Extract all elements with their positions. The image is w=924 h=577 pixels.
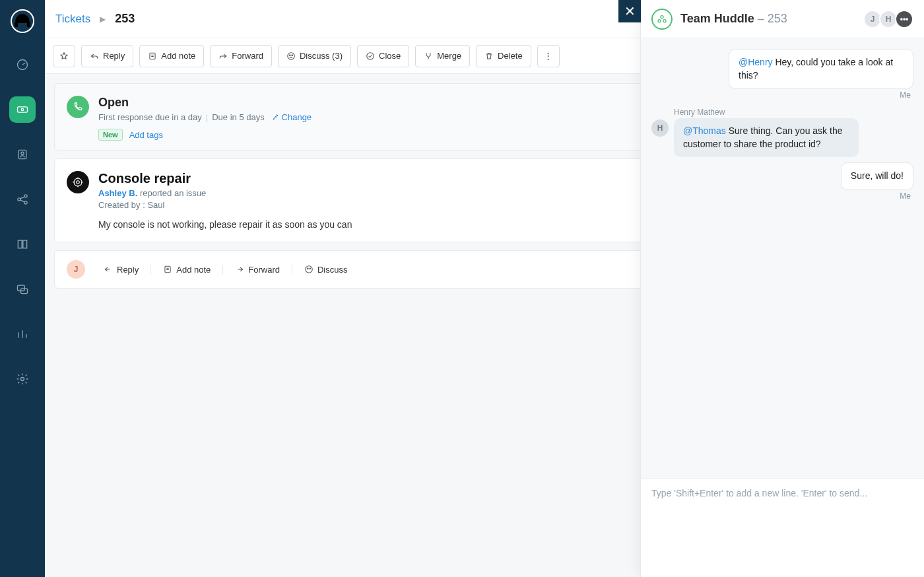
huddle-messages: @Henry Hey, could you take a look at thi… bbox=[641, 38, 924, 478]
message-sender: Henry Mathew bbox=[674, 108, 725, 117]
huddle-input-area bbox=[641, 478, 924, 577]
change-link[interactable]: Change bbox=[272, 112, 312, 122]
avatar: H bbox=[651, 119, 669, 137]
reporter-link[interactable]: Ashley B. bbox=[98, 188, 137, 198]
svg-point-25 bbox=[658, 19, 661, 22]
created-by: Created by : Saul bbox=[98, 200, 206, 210]
close-button[interactable]: Close bbox=[357, 45, 409, 67]
add-tags-link[interactable]: Add tags bbox=[129, 130, 163, 140]
message-bubble: Sure, will do! bbox=[841, 162, 913, 190]
more-actions-button[interactable]: ⋮ bbox=[537, 45, 560, 67]
nav-reports[interactable] bbox=[9, 321, 36, 347]
svg-point-17 bbox=[367, 52, 374, 59]
current-user-avatar: J bbox=[67, 260, 85, 279]
star-button[interactable] bbox=[53, 45, 75, 67]
delete-button[interactable]: Delete bbox=[476, 45, 531, 67]
svg-rect-1 bbox=[27, 22, 30, 27]
more-avatars-button[interactable]: ••• bbox=[895, 10, 913, 28]
svg-point-23 bbox=[310, 268, 311, 269]
svg-point-26 bbox=[663, 19, 666, 22]
svg-point-6 bbox=[21, 152, 24, 154]
forward-action[interactable]: Forward bbox=[223, 265, 292, 275]
breadcrumb-id: 253 bbox=[115, 12, 135, 26]
nav-chat[interactable] bbox=[9, 276, 36, 302]
svg-point-16 bbox=[292, 54, 293, 55]
svg-point-22 bbox=[307, 268, 308, 269]
discuss-button[interactable]: Discuss (3) bbox=[278, 45, 351, 67]
add-note-button[interactable]: Add note bbox=[139, 45, 204, 67]
tag-new: New bbox=[98, 129, 123, 141]
svg-point-19 bbox=[77, 181, 80, 184]
svg-point-24 bbox=[661, 15, 663, 18]
svg-point-21 bbox=[306, 266, 313, 273]
discuss-action[interactable]: Discuss bbox=[292, 265, 360, 275]
target-icon bbox=[67, 171, 89, 193]
message-sender: Me bbox=[900, 90, 911, 100]
svg-rect-0 bbox=[15, 22, 18, 27]
breadcrumb-root[interactable]: Tickets bbox=[55, 13, 90, 26]
message-sender: Me bbox=[900, 191, 911, 201]
huddle-logo-icon bbox=[651, 9, 673, 30]
nav-contacts[interactable] bbox=[9, 141, 36, 168]
huddle-header: Team Huddle – 253 J H ••• bbox=[641, 0, 924, 38]
close-icon[interactable]: ✕ bbox=[618, 0, 641, 22]
svg-point-4 bbox=[21, 108, 23, 110]
add-note-action[interactable]: Add note bbox=[151, 265, 223, 275]
svg-point-15 bbox=[289, 54, 290, 55]
svg-point-18 bbox=[74, 178, 82, 186]
huddle-panel: ✕ Team Huddle – 253 J H ••• @Henry Hey, … bbox=[640, 0, 924, 577]
message-row: Sure, will do! Me bbox=[651, 162, 913, 202]
forward-button[interactable]: Forward bbox=[210, 45, 272, 67]
app-logo bbox=[11, 9, 34, 33]
nav-dashboard[interactable] bbox=[9, 51, 36, 78]
left-nav bbox=[0, 0, 45, 577]
huddle-avatars: J H ••• bbox=[866, 10, 913, 28]
message-row: @Henry Hey, could you take a look at thi… bbox=[651, 49, 913, 101]
huddle-title: Team Huddle – 253 bbox=[680, 12, 787, 26]
message-bubble: @Thomas Sure thing. Can you ask the cust… bbox=[674, 118, 859, 157]
phone-icon bbox=[67, 96, 89, 118]
nav-settings[interactable] bbox=[9, 366, 36, 392]
message-row: Henry Mathew H @Thomas Sure thing. Can y… bbox=[651, 106, 913, 157]
message-bubble: @Henry Hey, could you take a look at thi… bbox=[729, 49, 913, 89]
huddle-textarea[interactable] bbox=[651, 488, 913, 568]
reply-action[interactable]: Reply bbox=[92, 265, 151, 275]
nav-knowledge[interactable] bbox=[9, 231, 36, 257]
svg-rect-13 bbox=[150, 53, 155, 59]
svg-rect-20 bbox=[165, 266, 170, 272]
ticket-meta: Ashley B. reported an issue bbox=[98, 188, 206, 198]
nav-social[interactable] bbox=[9, 186, 36, 213]
chevron-right-icon: ▶ bbox=[100, 15, 106, 24]
svg-rect-3 bbox=[18, 107, 28, 112]
ticket-title: Console repair bbox=[98, 171, 206, 186]
nav-tickets[interactable] bbox=[9, 96, 36, 123]
merge-button[interactable]: Merge bbox=[415, 45, 470, 67]
reply-button[interactable]: Reply bbox=[81, 45, 133, 67]
svg-point-14 bbox=[288, 52, 295, 59]
svg-point-12 bbox=[21, 378, 24, 381]
